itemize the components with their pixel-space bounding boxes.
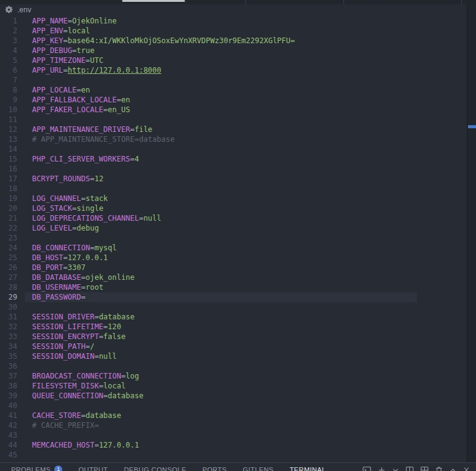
breadcrumb-file-name[interactable]: .env bbox=[17, 6, 31, 14]
code-line[interactable]: 19LOG_CHANNEL=stack bbox=[0, 194, 467, 203]
line-number[interactable]: 2 bbox=[0, 26, 17, 36]
line-number[interactable]: 22 bbox=[0, 223, 17, 233]
code-line[interactable]: 45 bbox=[0, 450, 467, 460]
code-line[interactable]: 44MEMCACHED_HOST=127.0.0.1 bbox=[0, 440, 467, 450]
trash-icon[interactable] bbox=[435, 466, 443, 471]
code-line[interactable]: 18 bbox=[0, 184, 467, 194]
code-line[interactable]: 20LOG_STACK=single bbox=[0, 203, 467, 213]
code-line[interactable]: 17BCRYPT_ROUNDS=12 bbox=[0, 174, 467, 184]
code-line[interactable]: 1APP_NAME=OjekOnline bbox=[0, 16, 467, 26]
line-number[interactable]: 24 bbox=[0, 243, 17, 253]
panel-tab-gitlens[interactable]: GITLENS bbox=[243, 466, 274, 471]
panel-tab-terminal[interactable]: TERMINAL bbox=[290, 466, 326, 471]
code-line[interactable]: 8APP_LOCALE=en bbox=[0, 85, 467, 95]
chevron-up-icon[interactable] bbox=[449, 466, 456, 471]
line-number[interactable]: 28 bbox=[0, 282, 17, 292]
code-line[interactable]: 5APP_TIMEZONE=UTC bbox=[0, 55, 467, 65]
new-terminal-icon[interactable] bbox=[378, 466, 385, 471]
line-number[interactable]: 26 bbox=[0, 263, 17, 272]
code-line[interactable]: 34SESSION_PATH=/ bbox=[0, 342, 467, 351]
line-number[interactable]: 33 bbox=[0, 332, 17, 342]
line-number[interactable]: 5 bbox=[0, 55, 17, 65]
line-number[interactable]: 39 bbox=[0, 391, 17, 401]
line-number[interactable]: 4 bbox=[0, 46, 17, 55]
line-number[interactable]: 11 bbox=[0, 115, 17, 125]
editor[interactable]: 1APP_NAME=OjekOnline2APP_ENV=local3APP_K… bbox=[0, 16, 467, 460]
code-line[interactable]: 12APP_MAINTENANCE_DRIVER=file bbox=[0, 125, 467, 134]
line-number[interactable]: 13 bbox=[0, 134, 17, 144]
line-number[interactable]: 19 bbox=[0, 194, 17, 203]
line-number[interactable]: 38 bbox=[0, 381, 17, 391]
code-line[interactable]: 21LOG_DEPRECATIONS_CHANNEL=null bbox=[0, 213, 467, 223]
panel-tab-problems[interactable]: PROBLEMS1 bbox=[11, 466, 62, 471]
code-line[interactable]: 37BROADCAST_CONNECTION=log bbox=[0, 371, 467, 381]
code-line[interactable]: 35SESSION_DOMAIN=null bbox=[0, 351, 467, 361]
line-number[interactable]: 36 bbox=[0, 361, 17, 371]
line-number[interactable]: 44 bbox=[0, 440, 17, 450]
line-number[interactable]: 41 bbox=[0, 411, 17, 420]
code-line[interactable]: 26DB_PORT=3307 bbox=[0, 263, 467, 272]
code-line[interactable]: 38FILESYSTEM_DISK=local bbox=[0, 381, 467, 391]
line-number[interactable]: 23 bbox=[0, 233, 17, 243]
code-line[interactable]: 24DB_CONNECTION=mysql bbox=[0, 243, 467, 253]
line-number[interactable]: 31 bbox=[0, 312, 17, 322]
code-line[interactable]: 14 bbox=[0, 144, 467, 154]
grid-icon[interactable] bbox=[421, 466, 429, 471]
line-number[interactable]: 21 bbox=[0, 213, 17, 223]
code-line[interactable]: 28DB_USERNAME=root bbox=[0, 282, 467, 292]
code-line[interactable]: 41CACHE_STORE=database bbox=[0, 411, 467, 420]
line-number[interactable]: 7 bbox=[0, 75, 17, 85]
code-line[interactable]: 16 bbox=[0, 164, 467, 174]
line-number[interactable]: 14 bbox=[0, 144, 17, 154]
line-number[interactable]: 12 bbox=[0, 125, 17, 134]
line-number[interactable]: 1 bbox=[0, 16, 17, 26]
chevron-down-icon[interactable] bbox=[392, 466, 399, 471]
line-number[interactable]: 42 bbox=[0, 420, 17, 430]
breadcrumb[interactable]: .env bbox=[5, 4, 31, 15]
code-line[interactable]: 3APP_KEY=base64:xI/WKKloMkOjOSoxEwYnXRVD… bbox=[0, 36, 467, 46]
code-line[interactable]: 25DB_HOST=127.0.0.1 bbox=[0, 253, 467, 263]
code-line[interactable]: 36 bbox=[0, 361, 467, 371]
line-number[interactable]: 10 bbox=[0, 105, 17, 115]
tab-scrollbar[interactable] bbox=[122, 0, 185, 2]
code-line[interactable]: 31SESSION_DRIVER=database bbox=[0, 312, 467, 322]
line-number[interactable]: 35 bbox=[0, 351, 17, 361]
code-line[interactable]: 13# APP_MAINTENANCE_STORE=database bbox=[0, 134, 467, 144]
code-line[interactable]: 9APP_FALLBACK_LOCALE=en bbox=[0, 95, 467, 105]
code-line[interactable]: 2APP_ENV=local bbox=[0, 26, 467, 36]
line-number[interactable]: 15 bbox=[0, 154, 17, 164]
split-terminal-icon[interactable] bbox=[406, 466, 414, 471]
scrollbar-track[interactable] bbox=[467, 4, 476, 462]
code-line[interactable]: 11 bbox=[0, 115, 467, 125]
code-line[interactable]: 7 bbox=[0, 75, 467, 85]
line-number[interactable]: 27 bbox=[0, 272, 17, 282]
line-number[interactable]: 20 bbox=[0, 203, 17, 213]
code-line[interactable]: 30 bbox=[0, 302, 467, 312]
panel-tab-output[interactable]: OUTPUT bbox=[78, 466, 108, 471]
code-line[interactable]: 6APP_URL=http://127.0.0.1:8000 bbox=[0, 65, 467, 75]
line-number[interactable]: 3 bbox=[0, 36, 17, 46]
code-line[interactable]: 39QUEUE_CONNECTION=database bbox=[0, 391, 467, 401]
line-number[interactable]: 25 bbox=[0, 253, 17, 263]
code-line[interactable]: 32SESSION_LIFETIME=120 bbox=[0, 322, 467, 332]
line-number[interactable]: 6 bbox=[0, 65, 17, 75]
line-number[interactable]: 30 bbox=[0, 302, 17, 312]
panel-tab-debug-console[interactable]: DEBUG CONSOLE bbox=[124, 466, 186, 471]
code-line[interactable]: 27DB_DATABASE=ojek_online bbox=[0, 272, 467, 282]
code-line[interactable]: 22LOG_LEVEL=debug bbox=[0, 223, 467, 233]
line-number[interactable]: 29 bbox=[0, 292, 17, 302]
line-number[interactable]: 16 bbox=[0, 164, 17, 174]
line-number[interactable]: 17 bbox=[0, 174, 17, 184]
line-number[interactable]: 43 bbox=[0, 430, 17, 440]
code-line[interactable]: 43 bbox=[0, 430, 467, 440]
line-number[interactable]: 9 bbox=[0, 95, 17, 105]
code-line[interactable]: 15PHP_CLI_SERVER_WORKERS=4 bbox=[0, 154, 467, 164]
line-number[interactable]: 18 bbox=[0, 184, 17, 194]
close-icon[interactable] bbox=[463, 466, 470, 471]
code-line[interactable]: 42# CACHE_PREFIX= bbox=[0, 420, 467, 430]
line-number[interactable]: 40 bbox=[0, 401, 17, 411]
code-line[interactable]: 23 bbox=[0, 233, 467, 243]
line-number[interactable]: 32 bbox=[0, 322, 17, 332]
line-number[interactable]: 37 bbox=[0, 371, 17, 381]
panel-tab-ports[interactable]: PORTS bbox=[202, 466, 227, 471]
